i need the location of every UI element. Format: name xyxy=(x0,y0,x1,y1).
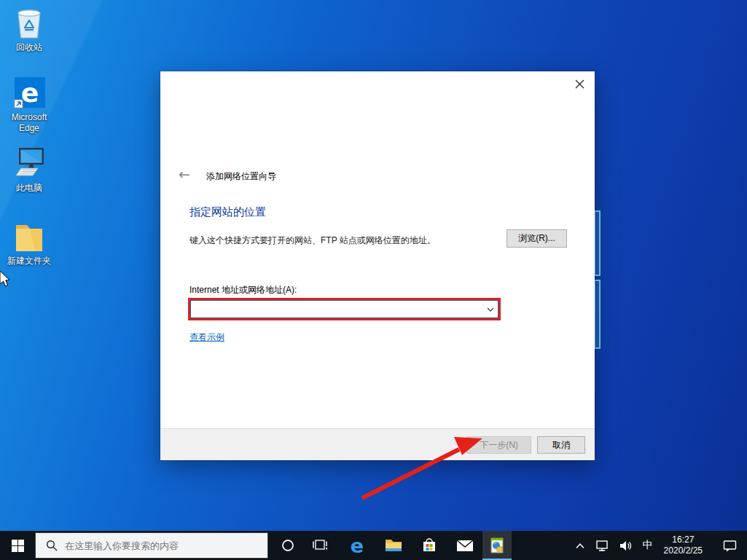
this-pc-icon xyxy=(1,146,58,181)
windows-logo-icon xyxy=(12,540,24,552)
system-tray: 中 16:27 2020/2/25 xyxy=(570,531,747,560)
action-center-icon xyxy=(723,539,737,552)
taskbar-search-box[interactable] xyxy=(35,532,268,559)
address-label: Internet 地址或网络地址(A): xyxy=(189,284,297,296)
search-input[interactable] xyxy=(65,540,247,551)
action-center-button[interactable] xyxy=(708,531,747,560)
screen: 回收站 e Microsoft Edge 此电脑 xyxy=(0,0,747,560)
folder-icon xyxy=(1,219,58,254)
recycle-bin-icon xyxy=(1,6,58,41)
cancel-button[interactable]: 取消 xyxy=(537,436,585,454)
wallpaper-highlight-rect xyxy=(594,280,601,349)
desktop-icon-label: 此电脑 xyxy=(1,183,58,194)
wallpaper-highlight-rect xyxy=(594,210,601,276)
taskbar-spacer xyxy=(512,531,570,560)
start-button[interactable] xyxy=(0,531,35,560)
ime-indicator[interactable]: 中 xyxy=(638,531,658,560)
add-network-location-wizard-dialog: ← 添加网络位置向导 指定网站的位置 键入这个快捷方式要打开的网站、FTP 站点… xyxy=(160,71,595,460)
desktop-icon-recycle-bin[interactable]: 回收站 xyxy=(1,6,58,53)
network-status-button[interactable] xyxy=(590,531,614,560)
clock-time: 16:27 xyxy=(664,535,703,545)
mail-button[interactable] xyxy=(449,531,481,560)
taskbar-edge-button[interactable]: e xyxy=(341,531,373,560)
desktop-icon-microsoft-edge[interactable]: e Microsoft Edge xyxy=(1,76,58,134)
cortana-icon xyxy=(281,539,294,552)
microsoft-store-icon xyxy=(421,537,437,553)
taskbar: e xyxy=(0,531,747,560)
network-icon xyxy=(595,540,609,552)
file-explorer-button[interactable] xyxy=(378,531,410,560)
mouse-cursor xyxy=(0,270,10,289)
svg-text:e: e xyxy=(21,78,39,108)
address-input[interactable] xyxy=(191,301,483,318)
desktop-icon-this-pc[interactable]: 此电脑 xyxy=(1,146,58,194)
network-wizard-icon xyxy=(489,537,505,553)
file-explorer-icon xyxy=(385,538,402,553)
wizard-header: ← 添加网络位置向导 xyxy=(160,170,595,184)
close-icon xyxy=(575,79,584,89)
edge-icon: e xyxy=(351,536,364,556)
close-button[interactable] xyxy=(568,74,590,93)
red-highlight-annotation xyxy=(188,298,501,320)
clock-date: 2020/2/25 xyxy=(664,545,703,556)
microsoft-edge-icon: e xyxy=(1,76,58,111)
combobox-dropdown-button[interactable] xyxy=(483,301,498,318)
task-view-button[interactable] xyxy=(305,531,337,560)
volume-button[interactable] xyxy=(614,531,638,560)
back-button[interactable]: ← xyxy=(179,167,190,181)
page-description: 键入这个快捷方式要打开的网站、FTP 站点或网络位置的地址。 xyxy=(189,234,436,247)
tray-chevron-button[interactable] xyxy=(570,531,590,560)
wizard-title: 添加网络位置向导 xyxy=(206,170,276,183)
speaker-icon xyxy=(619,540,633,551)
back-arrow-icon: ← xyxy=(179,166,190,182)
search-icon xyxy=(46,540,58,551)
chevron-down-icon xyxy=(487,307,494,312)
page-heading: 指定网站的位置 xyxy=(189,205,266,219)
desktop-icon-new-folder[interactable]: 新建文件夹 xyxy=(1,219,58,267)
mail-icon xyxy=(456,540,474,552)
view-examples-link[interactable]: 查看示例 xyxy=(189,331,224,344)
desktop-icon-label: 回收站 xyxy=(1,42,58,53)
address-combobox[interactable] xyxy=(190,300,498,318)
desktop-icon-label: 新建文件夹 xyxy=(1,256,58,267)
chevron-up-icon xyxy=(575,543,585,549)
microsoft-store-button[interactable] xyxy=(413,531,445,560)
active-app-network-wizard-button[interactable] xyxy=(482,531,512,560)
browse-button[interactable]: 浏览(R)... xyxy=(507,229,567,248)
next-button[interactable]: 下一步(N) xyxy=(466,436,531,454)
taskbar-clock[interactable]: 16:27 2020/2/25 xyxy=(658,535,708,556)
wizard-footer: 下一步(N) 取消 xyxy=(160,428,595,460)
cortana-button[interactable] xyxy=(271,531,305,560)
task-view-icon xyxy=(313,539,329,552)
desktop-icon-label: Microsoft Edge xyxy=(1,112,58,134)
